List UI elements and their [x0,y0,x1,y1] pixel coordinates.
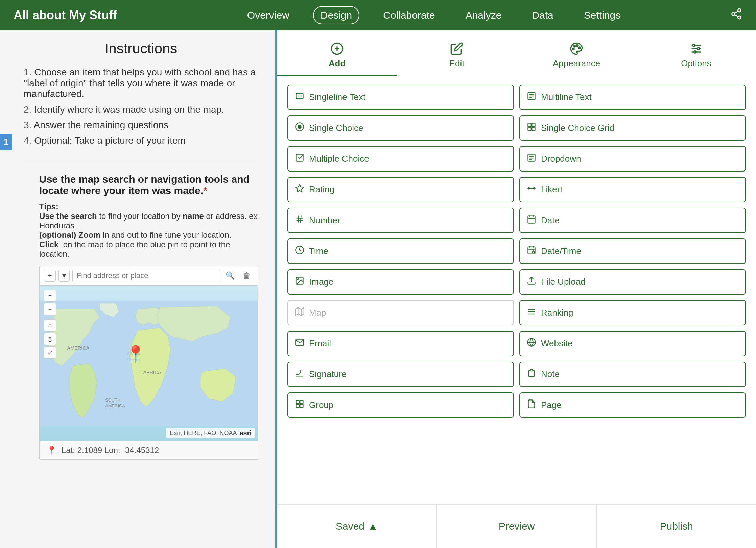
map-search-input[interactable] [72,269,220,282]
tab-edit-label: Edit [449,58,465,69]
bottom-bar: Saved ▲ Preview Publish [277,504,756,548]
pencil-icon [450,42,464,55]
field-likert-button[interactable]: Likert [519,177,746,202]
question-block: 1 Use the map search or navigation tools… [24,167,258,466]
map-zoom-out-button[interactable]: − [44,303,56,315]
field-note-button[interactable]: Note [519,362,746,387]
field-datetime-button[interactable]: Date/Time [519,238,746,264]
publish-button[interactable]: Publish [597,505,756,548]
field-multiple-choice-label: Multiple Choice [309,154,369,164]
field-website-button[interactable]: Website [519,331,746,356]
nav-analyze[interactable]: Analyze [459,7,509,24]
field-single-choice-grid-label: Single Choice Grid [541,123,614,133]
svg-rect-69 [530,370,533,371]
share-icon[interactable] [730,8,742,23]
field-page-button[interactable]: Page [519,392,746,418]
field-date-button[interactable]: Date [519,208,746,233]
field-multiline-text-button[interactable]: Multiline Text [519,85,746,110]
tab-edit[interactable]: Edit [397,37,517,76]
svg-point-23 [697,48,700,50]
nav-collaborate[interactable]: Collaborate [376,7,442,24]
field-email-button[interactable]: Email [287,331,514,356]
field-map-label: Map [309,307,326,318]
svg-line-4 [735,11,738,13]
likert-icon [527,184,536,196]
field-likert-label: Likert [541,184,563,195]
field-ranking-label: Ranking [541,307,573,318]
svg-marker-42 [296,184,303,192]
left-panel: Instructions Choose an item that helps y… [0,30,277,548]
tip-2: (optional) Zoom in and out to fine tune … [39,230,231,239]
svg-rect-34 [532,123,535,127]
field-single-choice-button[interactable]: Single Choice [287,115,514,141]
question-title-text: Use the map search or navigation tools a… [39,174,250,196]
nav-settings[interactable]: Settings [577,7,627,24]
map-visual[interactable]: AMERICA AFRICA SOUTH AMERICA Atlantic Oc… [40,286,258,441]
map-location-button[interactable]: ◎ [44,333,56,345]
field-dropdown-button[interactable]: Dropdown [519,146,746,172]
note-icon [527,368,536,380]
field-multiline-text-label: Multiline Text [541,92,592,102]
map-zoom-in-nav-button[interactable]: + [44,290,56,302]
esri-logo: esri [239,429,252,437]
map-search-icon[interactable]: 🔍 [223,270,237,281]
nav-overview[interactable]: Overview [240,7,296,24]
list-item: Answer the remaining questions [24,120,258,131]
nav-data[interactable]: Data [525,7,560,24]
svg-point-32 [298,125,301,128]
tips-label: Tips: [39,202,58,211]
map-field-icon [295,307,304,319]
map-pin-icon: 📍 [47,446,57,455]
field-website-label: Website [541,338,572,349]
tab-options-label: Options [681,58,711,69]
field-signature-button[interactable]: Signature [287,362,514,387]
svg-point-59 [298,279,299,280]
field-singleline-text-label: Singleline Text [309,92,365,102]
field-number-button[interactable]: Number [287,208,514,233]
field-ranking-button[interactable]: Ranking [519,300,746,325]
field-multiple-choice-button[interactable]: Multiple Choice [287,146,514,172]
singleline-text-icon [295,91,304,103]
field-singleline-text-button[interactable]: Singleline Text [287,85,514,110]
tab-add[interactable]: Add [277,37,397,76]
field-map-button: Map [287,300,514,325]
field-time-button[interactable]: Time [287,238,514,264]
fields-grid: Singleline Text Multiline Text Single Ch… [277,76,756,504]
tip-1: Use the search to find your location by … [39,211,258,230]
field-note-label: Note [541,369,560,380]
field-time-label: Time [309,246,328,256]
field-group-button[interactable]: Group [287,392,514,418]
field-file-upload-button[interactable]: File Upload [519,269,746,295]
map-delete-icon[interactable]: 🗑 [240,270,254,282]
map-fullscreen-button[interactable]: ⤢ [44,346,56,359]
field-single-choice-grid-button[interactable]: Single Choice Grid [519,115,746,141]
svg-point-24 [694,51,696,53]
field-rating-button[interactable]: Rating [287,177,514,202]
right-panel: Add Edit Appearance [277,30,756,548]
tab-appearance[interactable]: Appearance [517,37,636,76]
list-item: Identify where it was made using on the … [24,104,258,115]
field-image-button[interactable]: Image [287,269,514,295]
svg-text:AMERICA: AMERICA [105,403,125,408]
right-tabs: Add Edit Appearance [277,30,756,76]
tab-appearance-label: Appearance [553,58,600,69]
page-icon [527,399,536,411]
nav-design[interactable]: Design [313,6,359,24]
svg-rect-72 [296,404,299,407]
map-zoom-in-button[interactable]: + [44,270,56,282]
svg-text:AMERICA: AMERICA [67,345,90,351]
svg-rect-33 [528,123,531,127]
svg-point-22 [693,44,695,47]
map-home-button[interactable]: ⌂ [44,319,56,332]
instructions-title: Instructions [24,41,258,57]
main-layout: Instructions Choose an item that helps y… [0,30,756,548]
field-rating-label: Rating [309,184,334,195]
saved-button[interactable]: Saved ▲ [277,505,437,548]
map-coordinates: Lat: 2.1089 Lon: -34.45312 [62,446,159,455]
map-dropdown-button[interactable]: ▾ [58,270,70,282]
preview-button[interactable]: Preview [437,505,597,548]
saved-label: Saved [336,521,364,532]
svg-rect-73 [300,404,303,407]
tab-options[interactable]: Options [636,37,756,76]
svg-text:SOUTH: SOUTH [105,397,120,403]
